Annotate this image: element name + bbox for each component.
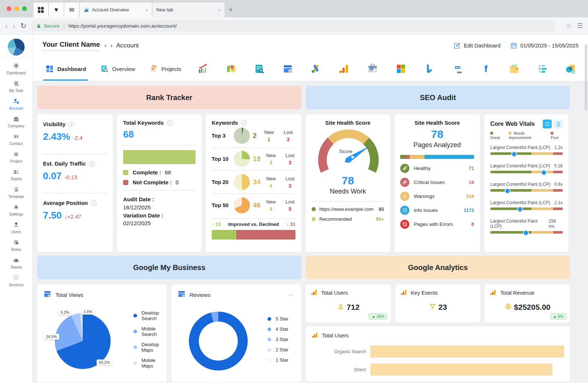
- keywords-card: Keywordsi Top 32New1Lost3Top 1018New3Los…: [206, 114, 301, 252]
- cwv-metric-row: Largest Contentful Paint (LCP)0.16: [490, 163, 563, 173]
- legend-dot: [133, 314, 137, 318]
- browser-menu-icon[interactable]: ☰: [577, 22, 583, 30]
- breadcrumb: Account: [116, 42, 139, 49]
- tab-search-console-icon[interactable]: [367, 63, 378, 74]
- tab-dashboard[interactable]: Dashboard: [39, 57, 92, 81]
- health-item-label: Info Issues: [414, 208, 438, 213]
- tab-overview[interactable]: Overview: [94, 57, 141, 81]
- forward-button[interactable]: ›: [13, 22, 15, 30]
- dashboard-tabs: DashboardOverviewProjects G∞Adsf: [33, 57, 588, 81]
- sidebar-item-users[interactable]: Users: [7, 219, 26, 236]
- sidebar-item-project[interactable]: Project: [7, 148, 26, 166]
- tab-map-pin-icon[interactable]: [226, 63, 237, 74]
- chevron-down-icon[interactable]: ▾: [104, 43, 107, 49]
- total-views-card: G Total Views 69.2%24.0%5.2%1.6% Desktop…: [37, 284, 167, 382]
- browser-tab-new-tab[interactable]: New tab ×: [153, 3, 225, 17]
- account-icon: [12, 97, 20, 105]
- legend-label: Not Complete :: [133, 179, 172, 185]
- tab-seo-report-icon[interactable]: [254, 63, 265, 74]
- card-title-text: Total Keywords: [123, 120, 164, 126]
- divider: [212, 194, 295, 194]
- mobile-icon[interactable]: [554, 120, 563, 128]
- cwv-metric-row: Largest Contentful Paint (LCP)0.6s: [490, 182, 563, 192]
- tab-google-my-business-icon[interactable]: G: [282, 63, 293, 74]
- cwv-metric-label: Largest Contentful Paint (LCP): [490, 182, 550, 187]
- sidebar-item-company[interactable]: Company: [7, 113, 26, 130]
- edit-dashboard-button[interactable]: Edit Dashboard: [453, 42, 501, 49]
- health-item-value: 1172: [464, 208, 474, 213]
- close-window-button[interactable]: [7, 6, 11, 11]
- tab-folder-icon[interactable]: [509, 63, 520, 74]
- lost-column: Lost3: [281, 130, 295, 142]
- svg-text:Score: Score: [339, 149, 352, 154]
- info-icon[interactable]: i: [68, 121, 74, 127]
- pinned-tab-apps[interactable]: [33, 3, 48, 17]
- tab-timeline-icon[interactable]: [537, 63, 548, 74]
- sidebar-item-roles[interactable]: Roles: [7, 236, 26, 254]
- close-tab-icon[interactable]: ×: [145, 7, 148, 13]
- maximize-window-button[interactable]: [22, 6, 27, 11]
- funnel-icon: [429, 303, 436, 312]
- pinned-tab-favorites[interactable]: ♥: [49, 3, 64, 17]
- sidebar-item-account[interactable]: Account: [7, 95, 26, 113]
- tab-microsoft-icon[interactable]: [395, 63, 406, 74]
- tab-pie-report-icon[interactable]: [565, 63, 576, 74]
- scrollbar[interactable]: [585, 44, 587, 110]
- project-icon: [12, 150, 20, 158]
- minimize-window-button[interactable]: [14, 6, 19, 11]
- keyword-count: 46: [253, 201, 261, 209]
- tab-projects[interactable]: Projects: [143, 57, 187, 81]
- tab-growth-chart-icon[interactable]: [197, 63, 208, 74]
- lost-column: Lost3: [283, 176, 297, 189]
- divider: [123, 145, 196, 145]
- svg-text:Ads: Ads: [457, 71, 462, 74]
- bookmark-star-icon[interactable]: ☆: [566, 22, 572, 30]
- client-name[interactable]: Your Client Name: [42, 40, 100, 51]
- donut-chart[interactable]: [189, 312, 248, 370]
- sidebar-item-teams[interactable]: Teams: [7, 166, 26, 183]
- card-menu-icon[interactable]: ⋯: [288, 291, 295, 299]
- info-icon[interactable]: i: [167, 120, 173, 126]
- pie-slice-label: 5.2%: [58, 309, 72, 315]
- audit-date-label: Audit Date :: [123, 195, 196, 203]
- new-tab-button[interactable]: +: [225, 3, 236, 17]
- tab-facebook-icon[interactable]: f: [480, 63, 491, 74]
- sidebar-item-teams[interactable]: Teams: [7, 254, 26, 272]
- sidebar-item-template[interactable]: Template: [7, 183, 26, 201]
- sidebar-item-dashboard[interactable]: Dashboard: [7, 60, 26, 77]
- agency-logo[interactable]: [8, 38, 25, 56]
- pages-status-bar: [400, 155, 474, 159]
- tab-google-analytics-icon[interactable]: [339, 63, 350, 74]
- close-tab-icon[interactable]: ×: [218, 7, 221, 13]
- divider: [43, 154, 107, 154]
- sidebar-item-services[interactable]: Services: [7, 272, 26, 289]
- sidebar-item-contact[interactable]: Contact: [7, 130, 26, 148]
- info-icon[interactable]: i: [89, 161, 95, 167]
- cwv-marker-dot: [517, 206, 523, 212]
- keyword-bucket-label: Top 20: [212, 179, 231, 185]
- date-range-picker[interactable]: 01/05/2025 - 15/05/2025: [510, 42, 578, 49]
- tab-bing-icon[interactable]: [424, 63, 435, 74]
- cwv-metric-label: Largest Contentful Paint (LCP): [490, 163, 550, 169]
- metric-value: 712: [347, 303, 359, 312]
- back-button[interactable]: ‹: [5, 22, 8, 30]
- sidebar-item-settings[interactable]: Settings: [7, 201, 26, 219]
- tab-google-ads-icon[interactable]: [311, 63, 322, 74]
- url-field[interactable]: Secure | https://portal.youragencydomain…: [32, 20, 555, 32]
- svg-text:∞: ∞: [455, 63, 460, 72]
- info-icon[interactable]: i: [91, 200, 97, 206]
- reload-button[interactable]: ↻: [20, 21, 26, 30]
- total-views-pie-chart: 69.2%24.0%5.2%1.6%: [43, 305, 120, 379]
- new-header: New: [263, 153, 278, 158]
- cwv-metric-label: Largest Contentful Paint (LCP): [490, 145, 550, 150]
- svg-text:G: G: [289, 70, 291, 72]
- sidebar-item-my-task[interactable]: My Task: [7, 77, 26, 95]
- card-title-text: Total Views: [55, 292, 83, 298]
- pinned-tab-mail[interactable]: ✉: [64, 3, 79, 17]
- desktop-icon[interactable]: [543, 120, 552, 128]
- browser-tab-account-overview[interactable]: Account Overview ×: [80, 3, 152, 17]
- users-icon: [12, 221, 20, 228]
- info-icon[interactable]: i: [241, 120, 247, 126]
- tab-meta-ads-icon[interactable]: ∞Ads: [452, 63, 463, 74]
- divider: [212, 218, 295, 219]
